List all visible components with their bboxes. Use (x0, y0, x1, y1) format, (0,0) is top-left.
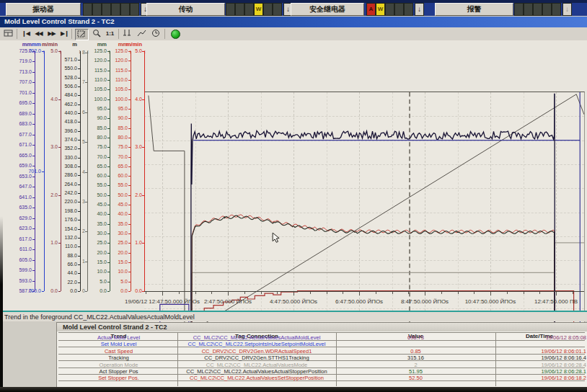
axis-tick-label: 593.0 (7, 278, 32, 284)
time-tick (228, 292, 229, 295)
toolbar-last-record-button[interactable]: ▶❙ (58, 29, 71, 39)
time-tick (507, 292, 508, 294)
axis-tick (32, 72, 35, 73)
axis-tick (78, 166, 80, 167)
indicator-status[interactable] (235, 3, 244, 16)
axis-tick (32, 61, 35, 62)
indicator-status[interactable] (394, 3, 404, 16)
indicator-warning[interactable]: W (376, 3, 385, 16)
axis-tick-label: 20.0 (103, 250, 128, 256)
axis-tick-label: 629.0 (7, 215, 32, 221)
indicator-status[interactable] (226, 3, 235, 16)
toolbar-display-options-button[interactable] (2, 29, 14, 39)
toolbar-rewind-button[interactable]: ◀◀ (32, 29, 45, 39)
area-button-3[interactable]: 安全继电器 (291, 3, 364, 16)
trend-name-cell: Set Mold Level (60, 341, 177, 347)
indicator-status[interactable] (83, 3, 92, 16)
toolbar-first-record-button[interactable]: ❙◀ (19, 29, 32, 39)
trend-toolbar: ❙◀◀◀▶▶▶❙1:1 (0, 27, 587, 41)
toolbar-statistics-curve-button[interactable] (136, 29, 148, 39)
axis-tick-label: 623.0 (7, 226, 32, 231)
trend-table-window: Mold Level Control Strand 2 - TC2 TrendT… (56, 322, 587, 388)
axis-tick-label: 571.0 (53, 57, 77, 63)
acknowledge-arrow-button[interactable]: ↓ (415, 3, 424, 16)
axis-tick-label: 462.0 (53, 102, 77, 107)
indicator-status[interactable] (92, 3, 102, 16)
axis-tick-label: 418.0 (53, 119, 77, 125)
trend-name-cell: Cast Speed (60, 348, 177, 355)
time-tick (573, 292, 573, 294)
area-button-4[interactable]: 报警 (435, 3, 513, 16)
axis-tick (78, 256, 80, 257)
axis-tick-label: 30.0 (103, 231, 128, 236)
indicator-status[interactable] (111, 3, 120, 16)
indicator-status[interactable] (120, 3, 130, 16)
axis-tick (78, 60, 80, 61)
indicator-status[interactable] (385, 3, 394, 16)
indicator-status[interactable] (524, 3, 533, 16)
indicator-warning[interactable]: W (254, 3, 263, 16)
axis-tick (128, 166, 131, 167)
time-tick (425, 292, 425, 295)
axis-tick (128, 138, 131, 138)
axis-tick-label: 110.0 (53, 244, 77, 249)
indicator-status[interactable] (244, 3, 254, 16)
time-tick (474, 292, 475, 294)
indicator-status[interactable] (263, 3, 273, 16)
datetime-cell: 19/06/12 8:05:08 (495, 334, 586, 341)
toolbar-zoom-button[interactable] (91, 29, 103, 39)
toolbar-one-to-one-button-button[interactable]: 1:1 (104, 29, 116, 39)
trend-plot[interactable] (144, 92, 585, 332)
acknowledge-arrow-button[interactable]: ↓ (562, 3, 572, 16)
axis-tick-label: 5 (61, 139, 85, 145)
axis-tick-label: 1.0 (118, 240, 142, 246)
indicator-status[interactable] (404, 3, 413, 16)
window-title: Mold Level Control Strand 2 - TC2 (4, 17, 115, 25)
time-tick (179, 292, 180, 294)
area-button-2[interactable]: 传动 (146, 3, 225, 16)
time-axis-line (144, 291, 584, 292)
status-text: Trend in the foreground CC_MLC22.ActualV… (4, 313, 195, 321)
toolbar-select-time-button[interactable] (150, 29, 162, 39)
axis-tick-label: 665.0 (7, 153, 32, 159)
axis-tick-label: 4 (61, 169, 85, 175)
trend-window-titlebar[interactable]: Mold Level Control Strand 2 - TC2 (0, 17, 587, 27)
time-tick (211, 292, 212, 294)
axis-tick-label: 65.0 (103, 164, 128, 169)
indicator-status[interactable] (130, 3, 139, 16)
toolbar-select-time-range-button[interactable] (75, 29, 89, 40)
axis-tick-label: 671.0 (7, 142, 32, 148)
indicator-alarm[interactable]: A (366, 3, 376, 16)
indicator-status[interactable] (542, 3, 552, 16)
online-green-lamp (171, 30, 180, 39)
axis-tick (78, 122, 80, 122)
axis-tick-label: 641.0 (7, 195, 32, 200)
indicator-status[interactable] (552, 3, 561, 16)
axis-tick-label: 701.0 (17, 169, 41, 174)
axis-tick (128, 205, 131, 205)
indicator-status[interactable] (514, 3, 524, 16)
indicator-status[interactable] (533, 3, 542, 16)
table-window-titlebar[interactable]: Mold Level Control Strand 2 - TC2 (57, 323, 587, 331)
axis-tick (128, 214, 131, 215)
axis-tick-label: 599.0 (7, 267, 32, 273)
axis-unit-label (61, 41, 85, 48)
toolbar-ruler-button[interactable] (121, 29, 133, 39)
toolbar-online-toggle-button[interactable] (169, 29, 182, 39)
indicator-status[interactable] (102, 3, 111, 16)
toolbar-forward-button[interactable]: ▶▶ (45, 29, 58, 39)
axis-tick (128, 128, 131, 129)
axis-tick (128, 109, 131, 110)
time-tick (539, 292, 540, 294)
tag-connection-cell: CC_DRV2\CC_DRV2Gen.WDRActualSpeed1 (177, 348, 336, 355)
axis-tick-label: 105.0 (103, 86, 128, 92)
axis-tick (78, 68, 80, 69)
area-button-1[interactable]: 振动器 (6, 3, 81, 16)
trend-name-cell: Operation Mode (60, 362, 177, 368)
indicator-status[interactable] (273, 3, 282, 16)
time-tick (556, 292, 557, 295)
tag-connection-cell: CC_MLC2\CC_MLC22.ActualValuesActualStopp… (177, 368, 336, 375)
axis-tick (128, 282, 131, 282)
datetime-cell: 19/06/12 8:06:28.1 (495, 368, 586, 375)
axis-tick (78, 131, 80, 132)
